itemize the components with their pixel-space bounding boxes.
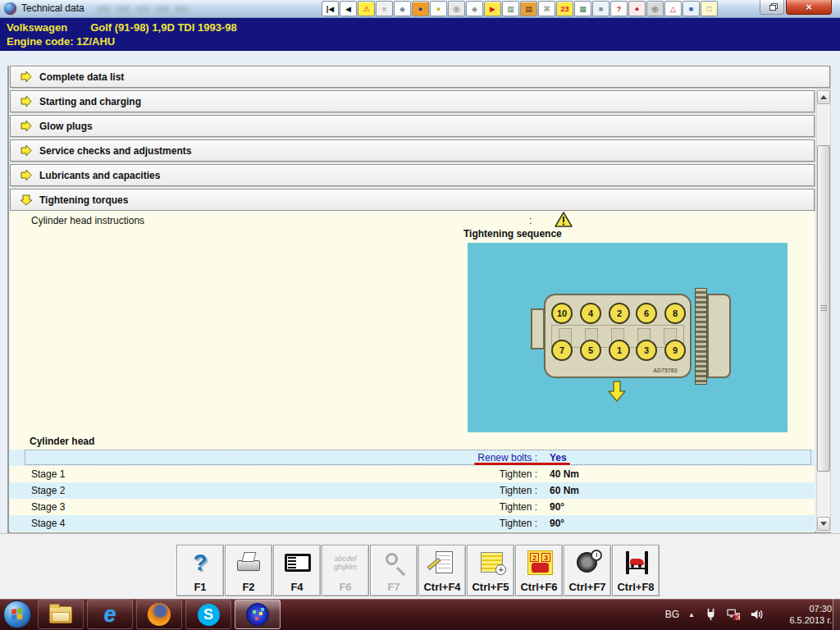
function-bar: ?F1F2F4abcdefghijklmF6F7Ctrl+F4Ctrl+F523… — [0, 533, 840, 599]
skype-icon: S — [198, 604, 220, 626]
taskbar-explorer[interactable] — [38, 600, 84, 629]
taskbar-autodata[interactable] — [235, 600, 281, 629]
collapsed-arrow-icon — [20, 120, 33, 132]
window-disabled-icon[interactable]: ■ — [376, 1, 393, 16]
abs-warning-icon[interactable]: △ — [664, 1, 682, 16]
taskbar-skype[interactable]: S — [185, 600, 231, 629]
tray-clock[interactable]: 07:30 6.5.2013 г. — [773, 603, 832, 626]
head-end-plate — [707, 294, 731, 378]
start-button[interactable] — [3, 600, 31, 628]
taskbar-internet-explorer[interactable]: e — [87, 600, 133, 629]
window-titlebar[interactable]: Technical data |◀◀⚠■◆●●◎◆▶▥▤⌘23▦■?●◎△■□ … — [0, 0, 840, 18]
fkey-f4[interactable]: F4 — [273, 545, 321, 596]
tools-icon[interactable]: ◆ — [394, 1, 411, 16]
vehicle-make: Volkswagen — [7, 21, 67, 34]
engine-oil-icon[interactable]: ● — [412, 1, 429, 16]
fkey-ctrl-f7[interactable]: Ctrl+F7 — [564, 545, 611, 596]
sequence-direction-arrow — [607, 380, 627, 406]
fkey-label: Ctrl+F4 — [419, 581, 465, 593]
print-icon — [226, 548, 272, 578]
restore-icon — [769, 5, 776, 11]
engine-management-icon[interactable]: 23 — [556, 1, 573, 16]
fkey-ctrl-f4[interactable]: Ctrl+F4 — [418, 545, 466, 596]
screen: Technical data |◀◀⚠■◆●●◎◆▶▥▤⌘23▦■?●◎△■□ … — [0, 0, 840, 630]
fuel-system-icon[interactable]: ▶ — [484, 1, 501, 16]
srs-icon[interactable]: ● — [628, 1, 646, 16]
power-plug-icon[interactable] — [704, 608, 718, 621]
diagram-caption: Tightening sequence — [463, 228, 562, 240]
dashboard-icon[interactable]: ▤ — [520, 1, 537, 16]
windows-logo-icon — [11, 608, 24, 622]
switch-icon[interactable]: □ — [701, 1, 718, 16]
assistance-icon[interactable]: ? — [610, 1, 628, 16]
show-desktop-button[interactable] — [833, 599, 840, 630]
up-arrow-icon — [820, 95, 827, 99]
row-stage-1[interactable]: Stage 1Tighten :40 Nm — [10, 466, 815, 482]
go-back-icon[interactable]: ◀ — [340, 1, 357, 16]
section-tightening-torques[interactable]: Tightening torques — [10, 189, 815, 211]
section-label: Lubricants and capacities — [39, 170, 160, 181]
vehicle-model: Golf (91-98) 1,9D TDI 1993-98 — [90, 21, 236, 34]
fkey-ctrl-f8[interactable]: Ctrl+F8 — [612, 545, 660, 596]
section-service-checks-and-adjustments[interactable]: Service checks and adjustments — [10, 139, 815, 162]
speaker-icon[interactable] — [750, 608, 764, 621]
key-icon[interactable]: ⌘ — [538, 1, 555, 16]
service-mouse-icon[interactable]: ● — [430, 1, 447, 16]
fkey-ctrl-f6[interactable]: 23Ctrl+F6 — [515, 545, 563, 596]
fkey-f2[interactable]: F2 — [225, 545, 272, 596]
vehicle-icon[interactable]: ■ — [682, 1, 700, 16]
restore-button[interactable] — [760, 0, 784, 15]
fkey-label: Ctrl+F6 — [516, 581, 562, 593]
scrollbar-thumb[interactable] — [817, 145, 830, 472]
printer-icon[interactable]: ▦ — [574, 1, 591, 16]
section-label: Tightening torques — [39, 194, 128, 206]
help-icon: ? — [177, 548, 223, 578]
thumb-grip — [820, 305, 827, 312]
abs-disc-icon[interactable]: ◎ — [646, 1, 664, 16]
scroll-up-button[interactable] — [817, 90, 830, 104]
close-button[interactable]: × — [786, 0, 832, 15]
bolt-9: 9 — [664, 340, 686, 361]
row-stage-4[interactable]: Stage 4Tighten :90° — [10, 515, 815, 532]
fkey-label: F4 — [274, 581, 320, 593]
language-indicator[interactable]: BG — [665, 609, 679, 620]
vertical-scrollbar[interactable] — [816, 89, 831, 532]
diagnostics-icon[interactable]: ■ — [592, 1, 609, 16]
firefox-icon — [148, 603, 171, 626]
diagram-ref-code: AD75783 — [653, 368, 678, 373]
row-renew-bolts[interactable]: Renew bolts :Yes — [10, 450, 815, 466]
scroll-down-button[interactable] — [817, 517, 830, 531]
content-panel: Cylinder head instructions : Tightening … — [10, 211, 815, 532]
taskbar-firefox[interactable] — [136, 600, 182, 629]
bolt-7: 7 — [551, 340, 573, 361]
row-stage-3[interactable]: Stage 3Tighten :90° — [10, 499, 815, 515]
head-left-tab — [531, 308, 545, 349]
row-value: 90° — [550, 518, 564, 529]
warning-icon[interactable]: ⚠ — [358, 1, 375, 16]
tray-expand-icon[interactable]: ▲ — [688, 611, 695, 619]
autodata-icon — [246, 603, 269, 626]
collapsed-arrow-icon — [20, 144, 33, 157]
fkey-ctrl-f5[interactable]: Ctrl+F5 — [467, 545, 514, 596]
parts-icon[interactable]: ◆ — [466, 1, 483, 16]
section-label: Service checks and adjustments — [39, 145, 191, 157]
section-starting-and-charging[interactable]: Starting and charging — [10, 90, 815, 112]
abbreviations-icon: abcdefghijklm — [322, 548, 368, 578]
titlebar-toolbar: |◀◀⚠■◆●●◎◆▶▥▤⌘23▦■?●◎△■□ — [322, 1, 718, 16]
collapsed-arrow-icon — [20, 95, 33, 107]
section-glow-plugs[interactable]: Glow plugs — [10, 115, 815, 137]
lift-door-icon[interactable]: ▥ — [502, 1, 519, 16]
section-complete-data-list[interactable]: Complete data list — [10, 66, 830, 88]
wheel-icon[interactable]: ◎ — [448, 1, 465, 16]
car-lift-icon — [613, 548, 659, 578]
section-lubricants-and-capacities[interactable]: Lubricants and capacities — [10, 164, 815, 186]
warning-triangle-icon[interactable] — [555, 212, 573, 227]
fkey-f1[interactable]: ?F1 — [176, 545, 224, 596]
go-first-icon[interactable]: |◀ — [322, 1, 339, 16]
section-title: Cylinder head — [30, 436, 94, 447]
engine-code-icon: 23 — [516, 548, 562, 578]
fkey-label: Ctrl+F5 — [468, 581, 514, 593]
row-stage-2[interactable]: Stage 2Tighten :60 Nm — [10, 482, 815, 499]
network-status-icon[interactable] — [727, 608, 741, 621]
row-value: Yes — [550, 452, 567, 463]
